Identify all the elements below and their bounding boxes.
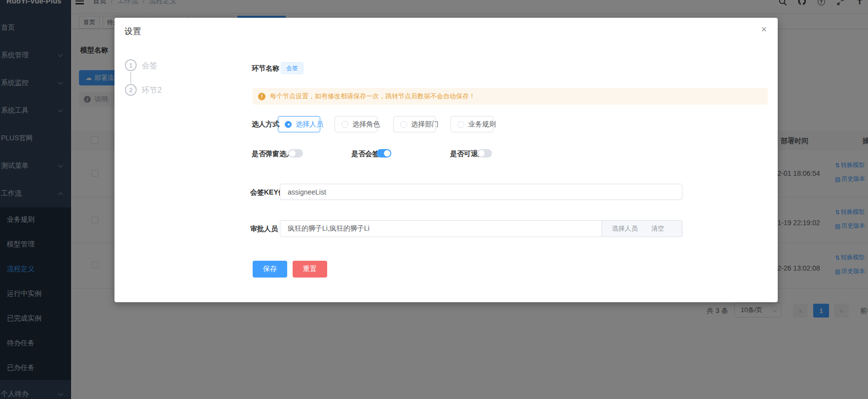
step-2-circle[interactable]: 2 <box>125 84 137 96</box>
radio-select-role[interactable]: 选择角色 <box>335 116 377 132</box>
clear-button[interactable]: 清空 <box>651 224 664 233</box>
countersign-toggle[interactable] <box>377 149 391 158</box>
popup-select-toggle[interactable] <box>288 149 303 158</box>
popup-select-label: 是否弹窗选人 <box>252 150 293 159</box>
step-1-label[interactable]: 会签 <box>142 61 157 71</box>
node-name-label: 环节名称 <box>252 64 279 73</box>
radio-icon <box>457 121 464 128</box>
step-1-circle[interactable]: 1 <box>125 59 137 71</box>
radio-business-rule[interactable]: 业务规则 <box>451 116 493 132</box>
warning-icon: ! <box>258 93 265 100</box>
radio-icon <box>400 121 407 128</box>
app-root: RuoYi-Vue-Plus 首页 系统管理 系统监控 系统工具 PLUS官网 … <box>0 0 868 399</box>
select-person-button[interactable]: 选择人员 <box>612 224 638 233</box>
node-name-tag: 会签 <box>281 62 303 74</box>
warning-alert: ! 每个节点设置，如有修改都请保存一次，跳转节点后数据不会自动保存！ <box>253 88 768 105</box>
approver-label: 审批人员 <box>250 225 278 234</box>
radio-select-person[interactable]: 选择人员 <box>278 116 320 132</box>
step-2-label[interactable]: 环节2 <box>142 85 162 96</box>
close-icon[interactable]: × <box>761 24 767 34</box>
approver-input[interactable] <box>280 220 602 237</box>
radio-select-dept[interactable]: 选择部门 <box>393 116 436 132</box>
countersign-label: 是否会签 <box>351 150 379 159</box>
warning-text: 每个节点设置，如有修改都请保存一次，跳转节点后数据不会自动保存！ <box>270 92 475 101</box>
countersign-key-input[interactable] <box>280 184 682 200</box>
select-mode-label: 选人方式 <box>252 120 279 129</box>
settings-dialog: 设置 × 1 会签 2 环节2 环节名称 会签 ! 每个节点设置，如有修改都请保… <box>114 18 778 302</box>
save-button[interactable]: 保存 <box>253 261 287 278</box>
returnable-toggle[interactable] <box>477 149 492 158</box>
approver-append-group: 选择人员 清空 <box>602 220 682 237</box>
radio-icon <box>341 121 348 128</box>
radio-icon <box>285 121 292 128</box>
reset-button[interactable]: 重置 <box>293 261 327 278</box>
dialog-title: 设置 <box>124 26 141 37</box>
step-connector <box>130 72 131 83</box>
